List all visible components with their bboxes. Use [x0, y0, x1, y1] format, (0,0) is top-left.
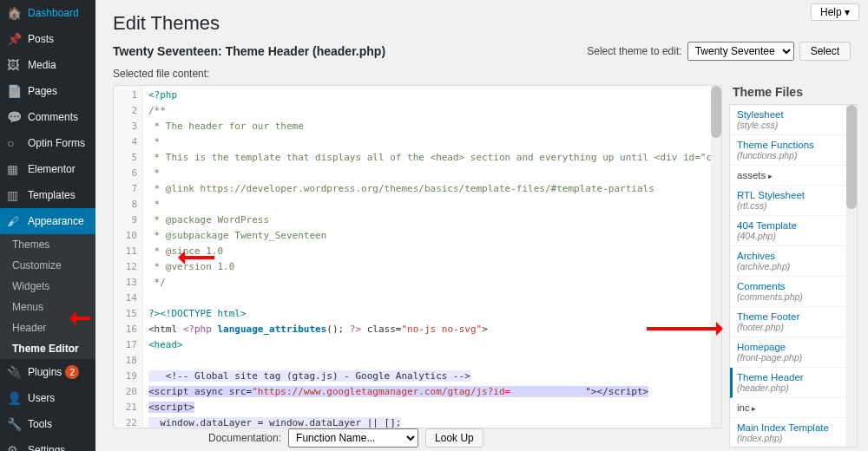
menu-icon: ▥ — [7, 188, 23, 202]
sidebar-item-elementor[interactable]: ▦Elementor — [0, 156, 95, 182]
page-subtitle: Twenty Seventeen: Theme Header (header.p… — [113, 44, 385, 58]
menu-icon: 👤 — [7, 391, 23, 405]
menu-icon: 📌 — [7, 32, 23, 46]
file-theme-footer[interactable]: Theme Footer(footer.php) — [730, 307, 857, 337]
theme-selector: Select theme to edit: Twenty Seventee Se… — [587, 42, 851, 61]
menu-icon: 🔧 — [7, 417, 23, 431]
select-button[interactable]: Select — [799, 42, 851, 61]
sidebar-item-plugins[interactable]: 🔌Plugins2 — [0, 359, 95, 385]
folder-inc[interactable]: inc — [730, 398, 857, 418]
help-button[interactable]: Help ▾ — [811, 3, 859, 21]
theme-select[interactable]: Twenty Seventee — [687, 42, 794, 61]
file-archives[interactable]: Archives(archive.php) — [730, 246, 857, 277]
code-scrollbar[interactable] — [711, 86, 721, 428]
menu-icon: ○ — [7, 136, 23, 150]
menu-icon: ⚙ — [7, 443, 23, 451]
file-theme-functions[interactable]: Theme Functions(functions.php) — [730, 135, 857, 166]
badge: 2 — [65, 365, 79, 379]
sidebar-item-appearance[interactable]: 🖌Appearance — [0, 208, 95, 234]
menu-icon: ▦ — [7, 162, 23, 176]
arrow-head-tag — [180, 256, 214, 259]
menu-icon: 🖼 — [7, 58, 23, 72]
menu-icon: 🏠 — [7, 6, 23, 20]
file-main-index-template[interactable]: Main Index Template(index.php) — [730, 418, 857, 448]
selected-file-label: Selected file content: — [95, 68, 868, 85]
folder-assets[interactable]: assets — [730, 166, 857, 186]
file-theme-header[interactable]: Theme Header(header.php) — [730, 368, 857, 398]
sidebar-item-templates[interactable]: ▥Templates — [0, 182, 95, 208]
menu-icon: 🔌 — [7, 365, 23, 379]
file-comments[interactable]: Comments(comments.php) — [730, 277, 857, 307]
select-theme-label: Select theme to edit: — [587, 45, 681, 57]
submenu-menus[interactable]: Menus — [0, 297, 95, 317]
file-404-template[interactable]: 404 Template(404.php) — [730, 216, 857, 246]
file-homepage[interactable]: Homepage(front-page.php) — [730, 337, 857, 368]
arrow-theme-editor — [71, 317, 90, 320]
theme-files-panel: Theme Files Stylesheet(style.css)Theme F… — [729, 85, 858, 448]
doc-select[interactable]: Function Name... — [288, 428, 418, 448]
doc-label: Documentation: — [208, 432, 281, 444]
line-gutter: 1234567891011121314151617181920212223242… — [114, 86, 143, 428]
menu-icon: 📄 — [7, 84, 23, 98]
sidebar-item-settings[interactable]: ⚙Settings — [0, 437, 95, 451]
sidebar-item-pages[interactable]: 📄Pages — [0, 78, 95, 104]
admin-sidebar: 🏠Dashboard📌Posts🖼Media📄Pages💬Comments○Op… — [0, 0, 95, 451]
submenu-widgets[interactable]: Widgets — [0, 276, 95, 297]
theme-files-list: Stylesheet(style.css)Theme Functions(fun… — [729, 104, 858, 448]
sidebar-item-comments[interactable]: 💬Comments — [0, 104, 95, 130]
file-stylesheet[interactable]: Stylesheet(style.css) — [730, 105, 857, 135]
sidebar-item-optin-forms[interactable]: ○Optin Forms — [0, 130, 95, 156]
page-title: Edit Themes — [95, 0, 868, 42]
menu-icon: 💬 — [7, 110, 23, 124]
file-rtl-stylesheet[interactable]: RTL Stylesheet(rtl.css) — [730, 186, 857, 216]
lookup-button[interactable]: Look Up — [425, 428, 483, 448]
code-content[interactable]: <?php /** * The header for our theme * *… — [143, 86, 721, 428]
files-scrollbar[interactable] — [846, 105, 857, 447]
submenu-themes[interactable]: Themes — [0, 234, 95, 255]
main-content: Help ▾ Edit Themes Twenty Seventeen: The… — [95, 0, 868, 451]
sidebar-item-posts[interactable]: 📌Posts — [0, 26, 95, 52]
arrow-theme-header — [647, 327, 721, 330]
menu-icon: 🖌 — [7, 214, 23, 228]
submenu-customize[interactable]: Customize — [0, 255, 95, 276]
documentation-row: Documentation: Function Name... Look Up — [208, 428, 483, 448]
theme-files-title: Theme Files — [729, 85, 858, 104]
submenu-theme-editor[interactable]: Theme Editor — [0, 338, 95, 359]
sidebar-item-tools[interactable]: 🔧Tools — [0, 411, 95, 437]
submenu-header[interactable]: Header — [0, 317, 95, 338]
sidebar-item-media[interactable]: 🖼Media — [0, 52, 95, 78]
sidebar-item-users[interactable]: 👤Users — [0, 385, 95, 411]
sidebar-item-dashboard[interactable]: 🏠Dashboard — [0, 0, 95, 26]
